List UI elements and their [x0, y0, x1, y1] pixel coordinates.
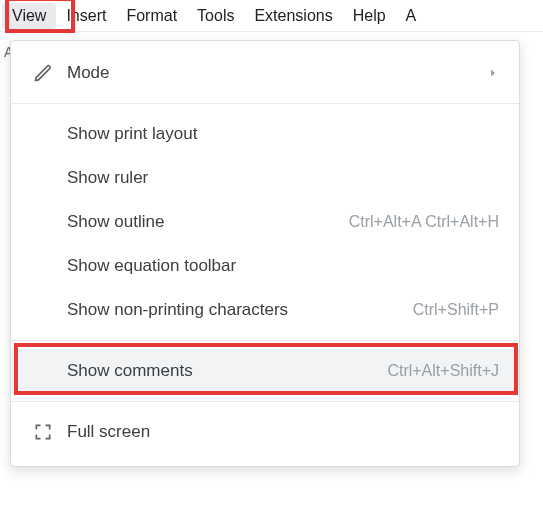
menu-view[interactable]: View	[2, 3, 56, 29]
menuitem-show-comments[interactable]: Show comments Ctrl+Alt+Shift+J	[11, 349, 519, 393]
menu-tools[interactable]: Tools	[187, 3, 244, 29]
menuitem-label: Show equation toolbar	[67, 256, 499, 276]
menu-fragment-a[interactable]: A	[396, 3, 427, 29]
menuitem-label: Full screen	[67, 422, 499, 442]
menuitem-label: Show non-printing characters	[67, 300, 413, 320]
divider	[11, 340, 519, 341]
menuitem-full-screen[interactable]: Full screen	[11, 410, 519, 454]
menuitem-mode[interactable]: Mode	[11, 51, 519, 95]
menuitem-label: Show ruler	[67, 168, 499, 188]
fullscreen-icon	[33, 422, 67, 442]
menuitem-show-nonprinting[interactable]: Show non-printing characters Ctrl+Shift+…	[11, 288, 519, 332]
menuitem-show-print-layout[interactable]: Show print layout	[11, 112, 519, 156]
divider	[11, 103, 519, 104]
view-dropdown: Mode Show print layout Show ruler Show o…	[10, 40, 520, 467]
menuitem-show-equation-toolbar[interactable]: Show equation toolbar	[11, 244, 519, 288]
menuitem-label: Mode	[67, 63, 487, 83]
menuitem-shortcut: Ctrl+Alt+Shift+J	[387, 362, 499, 380]
menu-insert[interactable]: Insert	[56, 3, 116, 29]
menuitem-shortcut: Ctrl+Alt+A Ctrl+Alt+H	[349, 213, 499, 231]
menu-help[interactable]: Help	[343, 3, 396, 29]
menuitem-shortcut: Ctrl+Shift+P	[413, 301, 499, 319]
chevron-right-icon	[487, 67, 499, 79]
menuitem-label: Show print layout	[67, 124, 499, 144]
menuitem-label: Show outline	[67, 212, 349, 232]
menubar: View Insert Format Tools Extensions Help…	[0, 0, 543, 32]
pencil-icon	[33, 63, 67, 83]
menu-extensions[interactable]: Extensions	[244, 3, 342, 29]
menuitem-show-outline[interactable]: Show outline Ctrl+Alt+A Ctrl+Alt+H	[11, 200, 519, 244]
divider	[11, 401, 519, 402]
menuitem-show-ruler[interactable]: Show ruler	[11, 156, 519, 200]
menu-format[interactable]: Format	[116, 3, 187, 29]
menuitem-label: Show comments	[67, 361, 387, 381]
